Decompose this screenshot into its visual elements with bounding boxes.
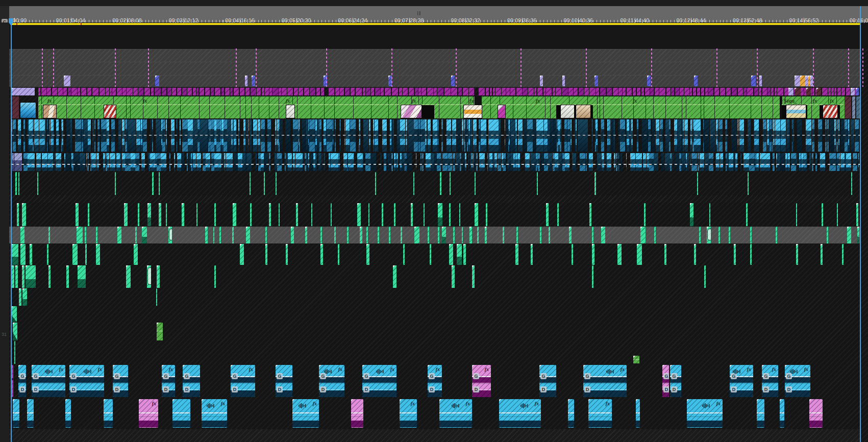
track-audio-mint-6[interactable] [9,323,868,340]
track-marker-strip[interactable] [9,87,868,96]
audio-clip[interactable] [13,399,19,428]
clip[interactable] [138,88,143,95]
marker-line[interactable] [848,48,849,87]
clip[interactable] [78,88,80,95]
clip[interactable] [196,203,197,226]
audio-clip[interactable]: GD [539,365,556,397]
clip[interactable] [451,76,455,86]
audio-clip[interactable]: GDfx [785,365,810,397]
clip[interactable] [375,88,380,95]
clip[interactable] [738,88,743,95]
clip[interactable] [856,203,858,226]
clip[interactable] [694,76,698,86]
clip[interactable] [601,227,605,243]
clip[interactable] [18,172,19,195]
clip[interactable] [144,88,150,95]
clip[interactable] [705,88,708,95]
clip[interactable] [655,88,659,95]
clip[interactable] [726,88,731,95]
clip[interactable] [159,172,160,195]
clip[interactable] [640,227,646,243]
clip[interactable] [589,203,591,226]
audio-clip[interactable]: fx [687,399,723,428]
clip[interactable] [796,244,798,265]
clip[interactable] [221,88,224,95]
clip[interactable] [485,227,487,243]
clip[interactable] [321,88,324,95]
clip[interactable] [449,244,453,265]
clip[interactable] [459,203,460,226]
marker-line[interactable] [115,48,116,87]
clip[interactable] [26,265,36,288]
clip[interactable] [759,76,762,86]
audio-clip[interactable] [351,399,363,428]
audio-clip[interactable] [780,399,784,428]
clip[interactable] [831,88,834,95]
clip[interactable] [22,203,26,226]
audio-clip[interactable]: GDfx [162,365,175,397]
clip[interactable] [151,88,154,95]
clip[interactable] [340,88,344,95]
clip[interactable] [357,203,361,226]
clip[interactable] [262,88,264,95]
clip[interactable] [654,227,656,243]
marker-line[interactable] [42,48,43,87]
clip[interactable] [751,76,756,86]
audio-clip[interactable] [757,399,764,428]
clip[interactable] [438,203,442,226]
clip[interactable] [272,88,278,95]
clip[interactable] [135,227,137,243]
clip[interactable] [531,244,533,265]
clip[interactable] [126,265,131,288]
clip[interactable] [385,88,391,95]
clip[interactable] [851,172,852,195]
clip[interactable] [743,88,747,95]
clip[interactable] [453,227,455,243]
clip[interactable] [211,88,214,95]
clip[interactable] [842,244,844,265]
clip[interactable] [117,88,122,95]
clip[interactable] [122,88,126,95]
clip[interactable] [732,88,737,95]
audio-clip[interactable] [636,399,640,428]
clip[interactable] [291,227,294,243]
clip[interactable] [85,227,86,243]
clip[interactable] [265,244,267,265]
clip[interactable] [66,265,69,288]
clip[interactable] [546,203,549,226]
clip[interactable] [777,88,783,95]
clip[interactable] [22,265,24,288]
clip[interactable] [754,88,758,95]
clip[interactable] [469,227,472,243]
clip[interactable] [569,227,572,243]
clip[interactable] [11,306,17,322]
clip[interactable] [806,88,811,95]
clip-group-video[interactable] [38,96,845,118]
clip[interactable] [338,244,339,265]
clip[interactable] [572,244,573,265]
clip[interactable] [381,88,384,95]
clip[interactable] [413,172,414,195]
clip[interactable] [156,288,157,306]
track-clips-dense-2[interactable] [9,153,868,171]
clip[interactable] [490,88,492,95]
clip[interactable] [479,88,485,95]
audio-clip[interactable]: GDfx [583,365,627,397]
clip[interactable] [427,88,433,95]
clip[interactable] [409,88,414,95]
clip[interactable] [821,244,823,265]
audio-clip[interactable]: GD [18,365,26,397]
marker-line[interactable] [651,48,652,87]
audio-clip[interactable]: fx [499,399,541,428]
clip[interactable] [279,88,281,95]
clip[interactable] [147,203,151,226]
clip[interactable] [110,88,112,95]
marker-line[interactable] [757,48,758,87]
clip[interactable] [633,356,639,363]
clip[interactable] [697,88,700,95]
clip[interactable] [795,88,801,95]
clip[interactable] [100,88,105,95]
clip[interactable] [516,88,522,95]
clip[interactable] [451,88,457,95]
clip[interactable] [182,203,184,226]
